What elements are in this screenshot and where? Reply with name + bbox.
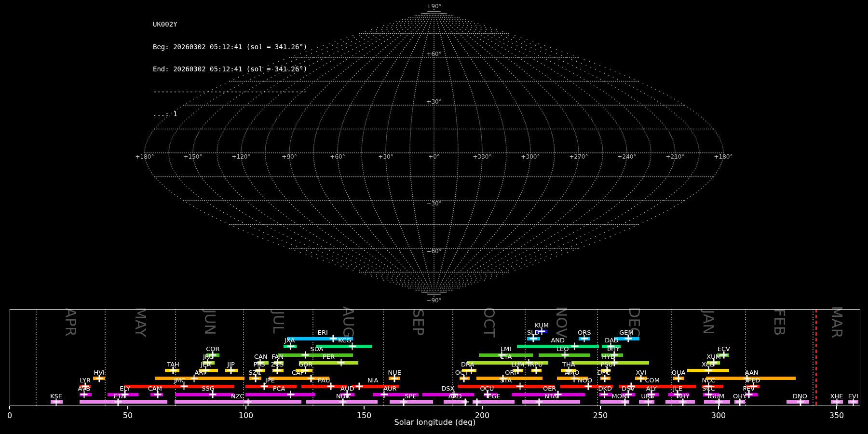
month-separator-aug [312,309,313,406]
shower-bar-ari [155,377,244,380]
peak-marker-dra [468,367,475,374]
peak-marker-ari [190,375,198,382]
month-separator-nov [525,309,526,406]
peak-marker-pca [287,391,294,398]
peak-marker-avb [81,391,88,398]
peak-marker-hyd [610,359,618,366]
month-label-may: MAY [132,307,149,337]
x-tick-300 [718,406,719,409]
month-label-feb: FEB [771,309,788,336]
x-tick-label-300: 300 [711,411,726,420]
peak-marker-noo [585,383,592,390]
peak-marker-spe [400,398,407,406]
peak-marker-dad [607,343,614,350]
month-label-oct: OCT [481,307,498,338]
peak-marker-jxa [287,343,294,350]
peak-marker-dno [797,398,804,406]
peak-marker-jpe [261,383,268,390]
month-label-sep: SEP [410,309,427,336]
month-label-mar: MAR [828,306,845,338]
x-tick-150 [364,406,365,409]
x-tick-350 [836,406,837,409]
shower-bar-ssg [175,393,234,396]
month-label-nov: NOV [553,306,570,338]
peak-marker-jip [228,367,235,374]
peak-marker-oer [555,391,562,398]
peak-marker-pau [327,383,334,390]
peak-marker-ege [474,398,481,406]
peak-marker-com [628,383,635,390]
peak-marker-oct [460,375,467,382]
peak-marker-dpc [601,375,608,382]
shower-bar-jpe [245,385,297,388]
x-tick-label-350: 350 [829,411,844,420]
peak-marker-gdr [302,367,309,374]
peak-marker-rpu [533,367,540,374]
peak-marker-lyr [81,383,89,390]
peak-marker-nda [339,398,346,406]
shower-label-and: AND [551,337,565,344]
shower-bar-sda [278,353,353,357]
peak-marker-ard [462,398,469,406]
peak-marker-gum [715,398,722,406]
x-tick-100 [245,406,246,409]
shower-label-com: COM [645,377,660,384]
shower-label-sda: SDA [311,345,324,353]
peak-marker-aud [344,391,351,398]
month-label-apr: APR [62,308,79,336]
peak-marker-ahy [679,398,687,406]
peak-marker-aan [744,375,751,382]
month-label-jan: JAN [700,310,717,334]
peak-marker-qua [675,375,682,382]
month-separator-jun [175,309,176,406]
peak-marker-amo [570,375,578,382]
month-separator-mar [813,309,814,406]
peak-marker-zcs [274,367,281,374]
shower-label-eri: ERI [318,329,328,337]
x-tick-label-100: 100 [239,411,254,420]
current-sol-line [815,309,817,406]
peak-marker-kcg [349,343,356,350]
x-tick-200 [482,406,483,409]
peak-marker-sta [516,383,524,390]
month-separator-jul [243,309,244,406]
peak-marker-xum [710,359,718,366]
peak-marker-mon [621,398,628,406]
peak-marker-evi [850,398,857,406]
month-separator-apr [36,309,37,406]
month-label-jun: JUN [201,309,218,335]
x-tick-label-150: 150 [357,411,372,420]
shower-bar-pca [245,393,315,396]
shower-label-per: PER [323,353,335,361]
peak-marker-ssg [209,391,216,398]
month-separator-may [105,309,106,406]
peak-marker-nta [536,398,543,406]
peak-marker-leo [561,352,569,359]
peak-marker-dkd [601,391,608,398]
peak-marker-dsx [450,391,458,398]
x-tick-label-0: 0 [7,411,12,420]
peak-marker-jmc [180,383,188,390]
x-tick-0 [9,406,10,409]
shower-label-nzc: NZC [231,393,244,400]
x-tick-50 [127,406,128,409]
peak-marker-fed [750,383,757,390]
shower-label-nia: NIA [367,377,378,384]
peak-marker-dsv [624,391,632,398]
peak-marker-jea [202,367,209,374]
month-label-jul: JUL [270,311,287,334]
peak-marker-and [571,343,578,350]
peak-marker-lmi [498,352,505,359]
peak-marker-sda [302,352,309,359]
peak-marker-nue [391,375,398,382]
peak-marker-szc [252,375,259,382]
peak-marker-cap [308,375,315,382]
peak-marker-jle [674,391,681,398]
peak-marker-lum [514,367,521,374]
peak-marker-hvi [95,375,103,382]
peak-marker-ely [122,391,129,398]
peak-marker-pps [256,367,263,374]
x-tick-label-250: 250 [593,411,608,420]
peak-marker-ocu [484,391,491,398]
peak-marker-tha [565,367,572,374]
